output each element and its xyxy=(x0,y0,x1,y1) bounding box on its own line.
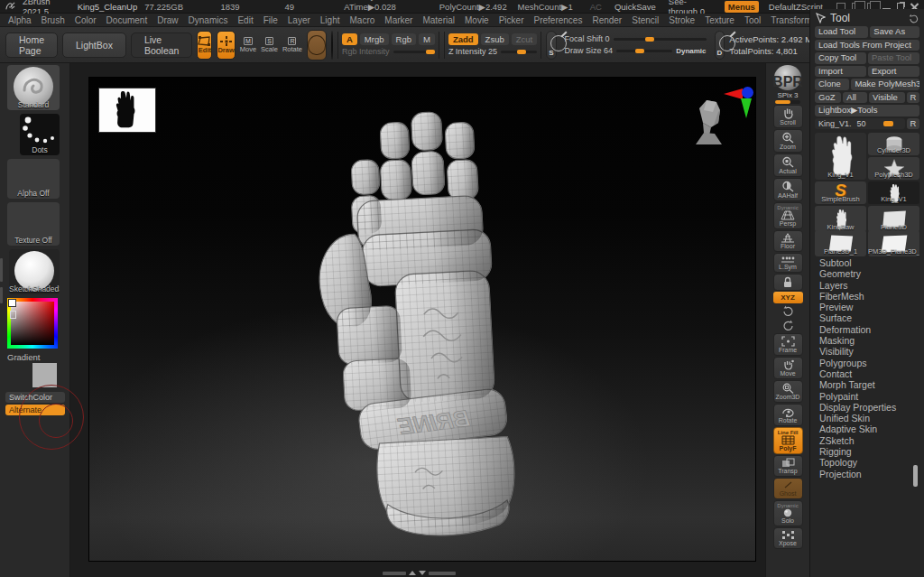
tool-thumb-polymesh3d[interactable]: PolyMesh3D xyxy=(868,157,919,180)
local-symmetry-button[interactable]: L.Sym xyxy=(773,253,803,273)
draw-size-slider[interactable]: Draw Size 64 Dynamic xyxy=(565,46,707,56)
alternate-button[interactable]: Alternate xyxy=(5,405,65,415)
copy-tool-button[interactable]: Copy Tool xyxy=(815,52,866,64)
secondary-color-swatch[interactable] xyxy=(32,363,57,387)
scale-mode-button[interactable]: S Scale xyxy=(261,31,278,60)
tool-section-item[interactable]: Polygroups xyxy=(819,358,924,368)
sv-square[interactable] xyxy=(11,302,54,345)
alpha-thumbnail[interactable]: Alpha Off xyxy=(7,159,60,199)
current-brush-button[interactable] xyxy=(307,30,327,60)
tool-section-item[interactable]: Projection xyxy=(819,469,924,479)
goz-visible-button[interactable]: Visible xyxy=(869,92,905,104)
menu-item[interactable]: Color xyxy=(70,15,101,25)
y-rotation-button[interactable] xyxy=(778,304,798,318)
tool-thumb-selected[interactable]: King_V1 xyxy=(815,133,866,180)
floor-button[interactable]: Floor xyxy=(773,230,803,252)
stroke-type-button[interactable]: S xyxy=(546,31,556,60)
save-as-button[interactable]: Save As xyxy=(870,26,919,38)
tool-section-item[interactable]: Geometry xyxy=(819,268,924,279)
menu-item[interactable]: Movie xyxy=(460,15,494,25)
rotate-mode-button[interactable]: R Rotate xyxy=(282,31,302,60)
tool-section-item[interactable]: Preview xyxy=(819,302,924,312)
tool-section-item[interactable]: Polypaint xyxy=(819,391,924,402)
menu-item[interactable]: Picker xyxy=(494,15,529,25)
dynamic-brush-button[interactable]: D xyxy=(715,31,725,60)
m-button[interactable]: M xyxy=(419,33,435,45)
tool-thumb-cylinder[interactable]: Cylinder3D xyxy=(868,133,919,155)
rgb-button[interactable]: Rgb xyxy=(392,33,416,45)
zadd-button[interactable]: Zadd xyxy=(448,33,478,45)
zsub-button[interactable]: Zsub xyxy=(481,33,509,45)
tool-section-item[interactable]: Masking xyxy=(819,335,924,346)
edit-mode-button[interactable]: Edit xyxy=(197,31,212,60)
menus-toggle-button[interactable]: Menus xyxy=(725,1,759,13)
goz-r-button[interactable]: R xyxy=(907,92,919,104)
transp-button[interactable]: Transp xyxy=(773,455,803,477)
zoom-button[interactable]: Zoom xyxy=(773,129,803,153)
menu-item[interactable]: Alpha xyxy=(4,15,36,25)
switch-color-button[interactable]: SwitchColor xyxy=(5,392,65,403)
tool-thumb-simplebrush[interactable]: S SimpleBrush xyxy=(815,181,866,204)
draw-mode-button[interactable]: Draw xyxy=(217,31,235,60)
lock-button[interactable] xyxy=(773,274,803,291)
reset-panel-icon[interactable] xyxy=(909,14,919,23)
z-rotation-button[interactable] xyxy=(778,319,798,332)
frame-button[interactable]: Frame xyxy=(773,333,803,356)
menu-item[interactable]: Render xyxy=(587,15,626,25)
menu-item[interactable]: Tool xyxy=(740,15,765,25)
menu-item[interactable]: Marker xyxy=(380,15,417,25)
bpr-render-button[interactable]: BPR xyxy=(774,65,801,90)
tool-section-item[interactable]: Rigging xyxy=(819,446,924,457)
lightbox-button[interactable]: LightBox xyxy=(62,33,126,58)
glove-model[interactable]: BRINE xyxy=(285,103,547,547)
mrgb-button[interactable]: Mrgb xyxy=(360,33,389,45)
tool-thumb-plane3d[interactable]: Plane3D xyxy=(868,206,919,232)
xyz-rotation-button[interactable]: XYZ xyxy=(773,292,803,303)
dock-scrollbar-thumb[interactable] xyxy=(913,465,918,487)
scroll-button[interactable]: Scroll xyxy=(773,105,803,128)
menu-item[interactable]: Dynamics xyxy=(184,15,233,25)
move-canvas-button[interactable]: Move xyxy=(773,357,803,379)
open-tray-down-icon[interactable] xyxy=(419,571,426,575)
material-thumbnail[interactable]: SketchShaded3 xyxy=(9,249,60,294)
menu-item[interactable]: Stencil xyxy=(627,15,663,25)
orientation-gizmo[interactable] xyxy=(721,87,753,119)
open-tray-up-icon[interactable] xyxy=(409,571,416,575)
lightbox-tools-button[interactable]: Lightbox▶Tools xyxy=(815,105,919,116)
menu-item[interactable]: Preferences xyxy=(529,15,587,25)
xpose-button[interactable]: Xpose xyxy=(773,527,803,549)
export-button[interactable]: Export xyxy=(868,66,919,78)
current-material-button[interactable] xyxy=(331,31,333,60)
persp-button[interactable]: Dynamic Persp xyxy=(773,202,803,229)
menu-item[interactable]: Brush xyxy=(37,15,69,25)
color-picker[interactable] xyxy=(7,298,58,349)
solo-button[interactable]: Dynamic Solo xyxy=(773,500,803,526)
slider-r-button[interactable]: R xyxy=(907,118,919,130)
document-canvas[interactable]: BRINE xyxy=(88,77,756,562)
current-color-swatch[interactable] xyxy=(8,299,16,307)
tool-section-item[interactable]: Subtool xyxy=(819,257,924,268)
zoom3d-button[interactable]: Zoom3D xyxy=(773,380,803,403)
menu-item[interactable]: Macro xyxy=(346,15,380,25)
tool-thumb-kingraw[interactable]: KingRaw xyxy=(815,206,866,232)
dynamic-label[interactable]: Dynamic xyxy=(676,47,706,55)
move-mode-button[interactable]: M Move xyxy=(240,31,256,60)
menu-item[interactable]: File xyxy=(259,15,282,25)
load-tool-button[interactable]: Load Tool xyxy=(815,26,868,38)
rgb-intensity-slider[interactable]: Rgb Intensity xyxy=(342,47,435,57)
tool-section-item[interactable]: Layers xyxy=(819,280,924,291)
goz-button[interactable]: GoZ xyxy=(815,92,841,104)
quicksave-button[interactable]: QuickSave xyxy=(612,2,659,12)
home-page-button[interactable]: Home Page xyxy=(5,33,58,58)
tool-section-item[interactable]: Unified Skin xyxy=(819,413,924,423)
zcut-button[interactable]: Zcut xyxy=(512,33,537,45)
current-brush-thumbnail[interactable]: Standard xyxy=(7,65,60,110)
gradient-label[interactable]: Gradient xyxy=(7,352,40,362)
tool-thumb-pm3d-plane[interactable]: PM3D_Plane3D_ xyxy=(868,230,919,256)
tool-section-item[interactable]: Surface xyxy=(819,312,924,323)
polyframe-button[interactable]: Line Fill PolyF xyxy=(773,427,803,454)
tool-section-item[interactable]: Morph Target xyxy=(819,379,924,390)
tool-section-item[interactable]: Adaptive Skin xyxy=(819,423,924,434)
clone-button[interactable]: Clone xyxy=(815,79,849,90)
texture-thumbnail[interactable]: Texture Off xyxy=(7,202,60,246)
